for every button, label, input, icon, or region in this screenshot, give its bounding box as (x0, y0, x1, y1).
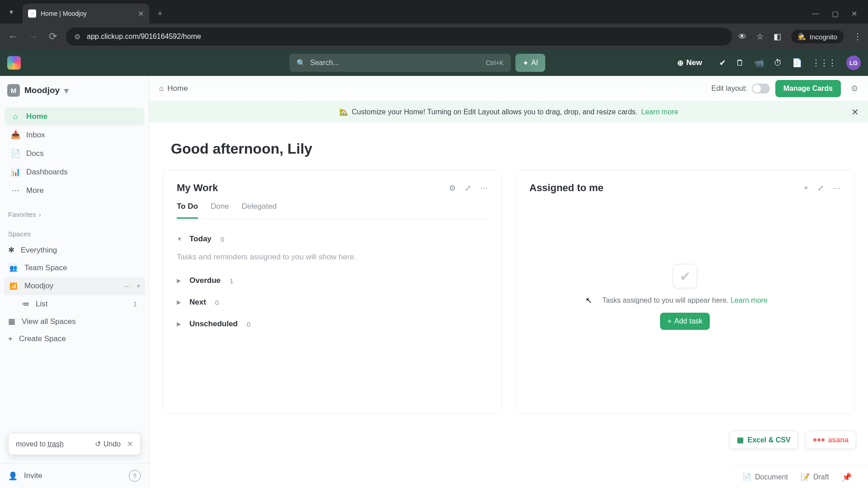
reload-icon[interactable]: ⟳ (46, 31, 60, 42)
list-label: List (36, 300, 47, 309)
app-top-bar: 🔍 Search... Ctrl+K ✦ AI ⊕ New ✔ 🗒 📹 ⏱ 📄 … (0, 50, 868, 76)
card-more-icon[interactable]: ⋯ (833, 183, 840, 193)
card-add-icon[interactable]: + (804, 183, 808, 193)
sidebar-item-label: Dashboards (26, 168, 68, 177)
toast-close-icon[interactable]: ✕ (127, 440, 133, 448)
assigned-learn-more-link[interactable]: Learn more (731, 296, 768, 304)
tab-search-dropdown-icon[interactable]: ▾ (0, 0, 23, 23)
assigned-empty-text: Tasks assigned to you will appear here. … (602, 296, 768, 305)
team-space-icon: 👥 (8, 263, 18, 273)
favorites-section[interactable]: Favorites › (0, 202, 149, 222)
list-count: 1 (133, 300, 141, 308)
customize-banner: 🏡 Customize your Home! Turning on Edit L… (149, 101, 868, 122)
clickup-logo-icon[interactable] (7, 56, 21, 70)
everything-icon: ✱ (8, 245, 14, 255)
add-task-button[interactable]: + Add task (660, 313, 710, 330)
sidebar-item-home[interactable]: ⌂ Home (5, 108, 144, 126)
workspace-selector[interactable]: M Moodjoy ▾ (0, 76, 149, 105)
create-space[interactable]: + Create Space (0, 330, 149, 347)
ai-sparkle-icon: ✦ (523, 59, 528, 67)
forward-icon[interactable]: → (26, 31, 40, 42)
global-search[interactable]: 🔍 Search... Ctrl+K (289, 54, 511, 72)
back-icon[interactable]: ← (6, 31, 20, 42)
today-empty-text: Tasks and reminders assigned to you will… (177, 250, 488, 270)
moodjoy-space-icon: 📶 (8, 281, 18, 291)
home-icon: ⌂ (159, 84, 164, 93)
browser-tab[interactable]: ◆ Home | Moodjoy ✕ (23, 4, 149, 23)
tab-todo[interactable]: To Do (177, 202, 198, 219)
apps-grid-icon[interactable]: ⋮⋮⋮ (812, 58, 836, 68)
card-settings-icon[interactable]: ⚙ (449, 183, 456, 193)
window-maximize-icon[interactable]: ▢ (832, 9, 839, 18)
group-unscheduled[interactable]: ▶ Unscheduled 0 (177, 313, 488, 335)
more-icon: ⋯ (11, 186, 20, 195)
pin-icon[interactable]: 📌 (842, 472, 852, 482)
home-icon: ⌂ (11, 112, 20, 121)
view-all-spaces[interactable]: ▦ View all Spaces (0, 313, 149, 330)
space-label: Moodjoy (24, 282, 53, 291)
card-more-icon[interactable]: ⋯ (480, 183, 488, 193)
space-label: Team Space (24, 263, 67, 272)
tab-title: Home | Moodjoy (41, 10, 133, 17)
dock-draft[interactable]: 📝 Draft (801, 473, 829, 481)
create-space-label: Create Space (19, 334, 66, 343)
close-tab-icon[interactable]: ✕ (138, 9, 144, 18)
incognito-icon: 🕵 (797, 33, 806, 41)
asana-pill[interactable]: asana (806, 431, 856, 449)
clickup-favicon-icon: ◆ (28, 9, 36, 18)
side-panel-icon[interactable]: ◧ (774, 32, 781, 42)
space-add-icon[interactable]: + (137, 282, 141, 291)
sidebar: M Moodjoy ▾ ⌂ Home 📥 Inbox 📄 Docs 📊 Dash… (0, 76, 149, 488)
sidebar-item-inbox[interactable]: 📥 Inbox (5, 126, 144, 144)
list-item[interactable]: ≔ List 1 (0, 295, 149, 313)
window-close-icon[interactable]: ✕ (851, 9, 857, 18)
browser-menu-icon[interactable]: ⋮ (854, 32, 862, 42)
undo-button[interactable]: ↺ Undo (95, 440, 121, 448)
banner-close-icon[interactable]: ✕ (851, 107, 859, 117)
banner-learn-more-link[interactable]: Learn more (641, 108, 678, 116)
invite-row[interactable]: 👤 Invite ? (0, 463, 149, 488)
breadcrumb[interactable]: ⌂ Home (159, 84, 188, 93)
group-today[interactable]: ▼ Today 0 (177, 228, 488, 250)
new-button[interactable]: ⊕ New (677, 58, 702, 68)
ai-button[interactable]: ✦ AI (515, 54, 545, 72)
excel-csv-pill[interactable]: ▦ Excel & CSV (729, 431, 798, 449)
group-next[interactable]: ▶ Next 0 (177, 291, 488, 313)
card-expand-icon[interactable]: ⤢ (817, 183, 824, 193)
integration-pills: ▦ Excel & CSV asana (729, 431, 856, 449)
sidebar-item-more[interactable]: ⋯ More (5, 181, 144, 200)
stopwatch-icon[interactable]: ⏱ (774, 58, 782, 68)
sidebar-item-dashboards[interactable]: 📊 Dashboards (5, 163, 144, 181)
incognito-badge[interactable]: 🕵 Incognito (791, 30, 844, 43)
space-moodjoy[interactable]: 📶 Moodjoy ⋯ + (4, 277, 145, 295)
settings-gear-icon[interactable]: ⚙ (851, 84, 858, 94)
group-overdue[interactable]: ▶ Overdue 1 (177, 270, 488, 291)
check-circle-icon[interactable]: ✔ (719, 58, 726, 68)
sidebar-item-label: Inbox (26, 131, 45, 140)
space-more-icon[interactable]: ⋯ (124, 282, 131, 291)
sidebar-item-docs[interactable]: 📄 Docs (5, 144, 144, 163)
card-expand-icon[interactable]: ⤢ (465, 183, 471, 193)
new-tab-button[interactable]: + (152, 5, 168, 22)
workspace-badge: M (7, 84, 20, 97)
chevron-right-icon: › (39, 211, 41, 218)
notepad-icon[interactable]: 🗒 (736, 58, 744, 68)
space-team-space[interactable]: 👥 Team Space (0, 259, 149, 277)
tab-delegated[interactable]: Delegated (242, 202, 277, 219)
dock-document[interactable]: 📄 Document (742, 473, 788, 481)
tab-done[interactable]: Done (211, 202, 229, 219)
address-bar[interactable]: ⚙ app.clickup.com/9016164592/home (66, 28, 732, 46)
edit-layout-toggle[interactable] (752, 84, 770, 94)
window-minimize-icon[interactable]: — (812, 9, 819, 18)
site-settings-icon[interactable]: ⚙ (74, 33, 80, 41)
doc-icon[interactable]: 📄 (792, 58, 802, 68)
eye-off-icon[interactable]: 👁 (738, 32, 746, 42)
help-icon[interactable]: ? (129, 470, 141, 482)
space-everything[interactable]: ✱ Everything (0, 241, 149, 259)
video-icon[interactable]: 📹 (754, 58, 764, 68)
bookmark-star-icon[interactable]: ☆ (756, 32, 764, 42)
manage-cards-button[interactable]: Manage Cards (775, 80, 841, 97)
space-label: Everything (21, 246, 57, 255)
view-all-label: View all Spaces (22, 317, 76, 326)
user-avatar[interactable]: LG (846, 56, 861, 70)
